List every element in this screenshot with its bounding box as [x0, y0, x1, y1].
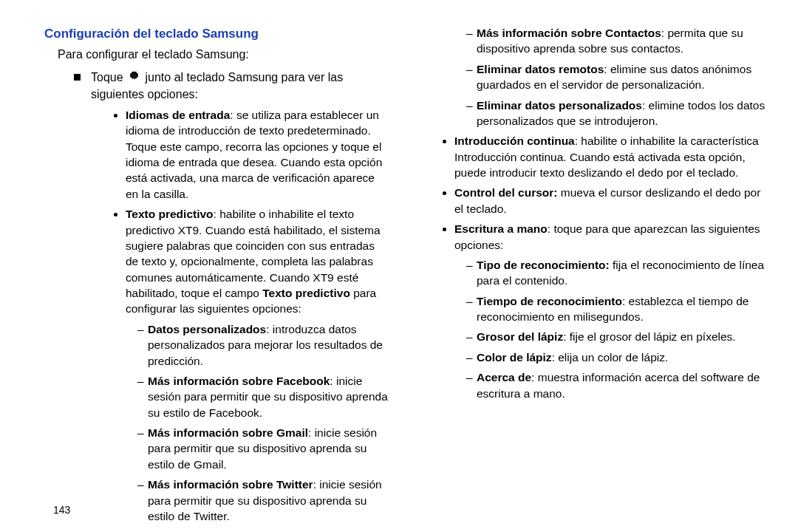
sub-text: : elija un color de lápiz.: [552, 351, 669, 364]
sub-bold: Tiempo de reconocimiento: [477, 295, 622, 307]
item-bold: Escritura a mano: [454, 222, 548, 235]
step-pre: Toque: [91, 71, 126, 83]
item-bold: Control del cursor:: [454, 186, 558, 199]
list-item: Introducción continua: habilite o inhabi…: [454, 133, 767, 180]
item-text: : se utiliza para establecer un idioma d…: [126, 109, 382, 200]
sub-bold: Eliminar datos remotos: [477, 63, 604, 75]
sub-bold: Más información sobre Contactos: [477, 27, 661, 39]
sub-bold: Más información sobre Twitter: [148, 478, 313, 491]
list-item: Tipo de reconocimiento: fija el reconoci…: [466, 257, 767, 289]
gear-icon: [128, 69, 140, 86]
list-item: Tiempo de reconocimiento: establezca el …: [466, 293, 767, 325]
list-item: Idiomas de entrada: se utiliza para esta…: [126, 107, 389, 202]
sub-text: : fije el grosor del lápiz en píxeles.: [563, 330, 735, 343]
square-bullet-icon: [74, 74, 81, 81]
list-item: Acerca de: muestra información acerca de…: [466, 369, 767, 401]
sub-list: Tipo de reconocimiento: fija el reconoci…: [454, 257, 767, 401]
svg-point-2: [133, 75, 135, 77]
list-item: Eliminar datos remotos: elimine sus dato…: [466, 61, 768, 93]
two-column-layout: Configuración del teclado Samsung Para c…: [44, 25, 768, 491]
list-item: Grosor del lápiz: fije el grosor del láp…: [466, 329, 767, 344]
item-bold-mid: Texto predictivo: [262, 287, 350, 299]
sub-bold: Color de lápiz: [477, 351, 552, 364]
sub-bold: Acerca de: [477, 371, 531, 383]
list-item: Más información sobre Twitter: inicie se…: [137, 477, 389, 524]
sub-bold: Más información sobre Gmail: [148, 426, 308, 439]
sub-bold: Más información sobre Facebook: [148, 375, 330, 387]
sub-bold: Datos personalizados: [148, 323, 266, 335]
list-item: Texto predictivo: habilite o inhabilite …: [126, 206, 389, 524]
sub-bold: Tipo de reconocimiento:: [477, 259, 610, 271]
item-bold: Introducción continua: [454, 134, 575, 147]
list-item: Más información sobre Gmail: inicie sesi…: [137, 425, 389, 472]
document-page: Configuración del teclado Samsung Para c…: [0, 0, 798, 532]
item-text-pre: : habilite o inhabilite el texto predict…: [126, 208, 381, 299]
section-heading: Configuración del teclado Samsung: [44, 25, 391, 42]
list-item: Más información sobre Contactos: permita…: [466, 25, 768, 57]
right-continued-sub-list: Más información sobre Contactos: permita…: [422, 25, 768, 129]
list-item: Datos personalizados: introduzca datos p…: [137, 321, 389, 369]
sub-list: Datos personalizados: introduzca datos p…: [126, 321, 389, 525]
left-bullet-list: Idiomas de entrada: se utiliza para esta…: [44, 107, 391, 524]
list-item: Más información sobre Facebook: inicie s…: [137, 373, 389, 420]
list-item: Color de lápiz: elija un color de lápiz.: [466, 349, 767, 365]
right-bullet-list: Introducción continua: habilite o inhabi…: [422, 133, 768, 401]
step-instruction: Toque junto al teclado Samsung para ver …: [44, 69, 391, 103]
list-item: Control del cursor: mueva el cursor desl…: [454, 185, 767, 216]
right-column: Más información sobre Contactos: permita…: [422, 25, 768, 491]
step-body: Toque junto al teclado Samsung para ver …: [91, 69, 391, 103]
list-item: Eliminar datos personalizados: elimine t…: [466, 98, 768, 129]
page-number: 143: [53, 504, 70, 516]
list-item: Escritura a mano: toque para que aparezc…: [454, 221, 767, 401]
item-bold: Texto predictivo: [126, 208, 214, 220]
left-column: Configuración del teclado Samsung Para c…: [44, 25, 391, 491]
sub-bold: Eliminar datos personalizados: [477, 99, 642, 112]
sub-bold: Grosor del lápiz: [477, 330, 563, 343]
intro-text: Para configurar el teclado Samsung:: [44, 47, 391, 63]
item-bold: Idiomas de entrada: [126, 109, 230, 121]
